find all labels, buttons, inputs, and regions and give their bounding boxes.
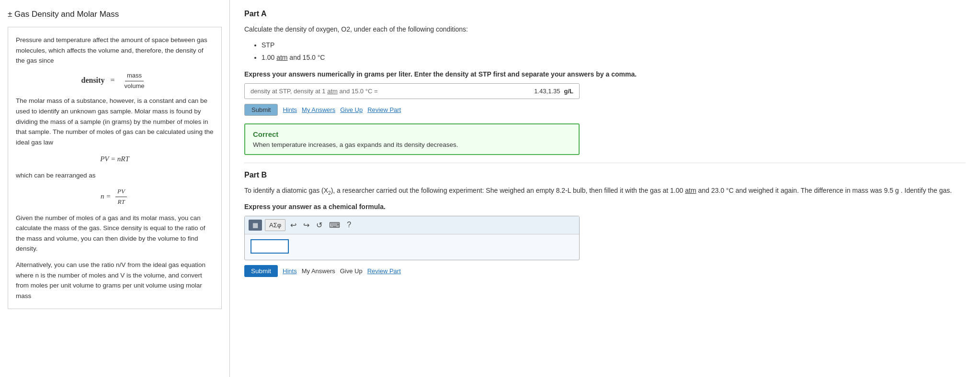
part-a-question-end: , under each of the following conditions… [350,25,468,33]
n-lhs: n = [101,192,111,200]
part-a-instruction: Express your answers numerically in gram… [244,69,966,79]
part-b-atm: atm [685,187,696,194]
o2-base: 2 [346,25,350,33]
correct-feedback-box: Correct When temperature increases, a ga… [244,123,580,155]
para4-text: Alternatively, you can use the ratio n/V… [16,260,214,301]
density-fraction: mass volume [123,71,147,91]
right-panel: Part A Calculate the density of oxygen, … [230,0,980,377]
correct-title: Correct [253,130,571,138]
part-a-unit: g/L [564,88,574,95]
redo-button[interactable]: ↪ [301,220,311,231]
density-word: density [81,76,104,84]
numerator-mass: mass [125,71,144,81]
n-denominator: RT [115,197,126,207]
left-panel: ± Gas Density and Molar Mass Pressure an… [0,0,230,377]
para3-text: Given the number of moles of a gas and i… [16,213,214,254]
part-b-review-part-link[interactable]: Review Part [367,267,401,275]
part-a-input-label: density at STP, density at 1 atm and 15.… [251,88,531,95]
correct-desc: When temperature increases, a gas expand… [253,141,571,148]
atm-text: atm [276,54,287,61]
part-b-my-answers-label: My Answers [302,267,335,275]
part-b-hints-link[interactable]: Hints [283,267,297,275]
template-icon: ▦ [252,222,258,229]
undo-button[interactable]: ↩ [288,220,298,231]
greek-button[interactable]: ΑΣφ [265,219,285,231]
part-a-question-start: Calculate the density of oxygen, O [244,25,346,33]
n-fraction: PV RT [115,187,127,207]
n-numerator: PV [115,187,127,197]
part-a-title: Part A [244,10,966,18]
part-a-review-part-link[interactable]: Review Part [367,106,401,113]
part-b-give-up-label: Give Up [340,267,363,275]
math-input-box[interactable] [251,239,289,254]
bullet-atm-temp: 1.00 atm and 15.0 °C [262,52,966,64]
part-a-bullets: STP 1.00 atm and 15.0 °C [254,39,966,63]
pv-formula: PV = nRT [16,153,214,165]
part-b-submit-button[interactable]: Submit [244,265,278,277]
para2-text: which can be rearranged as [16,170,214,181]
part-a-hints-link[interactable]: Hints [283,106,297,113]
part-a-answer-value: 1.43,1.35 [534,88,560,95]
density-formula: density = mass volume [16,71,214,91]
bullet-stp: STP [262,39,966,51]
part-a-actions: Submit Hints My Answers Give Up Review P… [244,104,966,116]
content-box: Pressure and temperature affect the amou… [8,27,222,309]
x2-subscript: 2 [328,190,331,196]
math-editor: ▦ ΑΣφ ↩ ↪ ↺ ⌨ ? [244,216,580,260]
part-b-question: To identify a diatomic gas (X2), a resea… [244,185,966,197]
left-panel-title: ± Gas Density and Molar Mass [8,10,222,19]
intro-text: Pressure and temperature affect the amou… [16,35,214,66]
pv-formula-text: PV = nRT [100,155,129,163]
part-a-input-row: density at STP, density at 1 atm and 15.… [244,83,580,99]
equals-sign: = [111,76,117,84]
part-a-question: Calculate the density of oxygen, O2, und… [244,24,966,34]
help-button[interactable]: ? [345,220,353,230]
part-a-section: Part A Calculate the density of oxygen, … [244,10,966,155]
keyboard-button[interactable]: ⌨ [327,220,342,231]
part-divider [244,163,966,163]
part-a-submit-button[interactable]: Submit [244,104,278,116]
template-button[interactable]: ▦ [249,220,262,231]
math-toolbar: ▦ ΑΣφ ↩ ↪ ↺ ⌨ ? [245,216,579,234]
part-b-actions: Submit Hints My Answers Give Up Review P… [244,265,966,277]
part-a-my-answers-link[interactable]: My Answers [302,106,335,113]
part-b-section: Part B To identify a diatomic gas (X2), … [244,171,966,277]
part-b-instruction: Express your answer as a chemical formul… [244,202,966,212]
para1-text: The molar mass of a substance, however, … [16,96,214,147]
denominator-volume: volume [123,81,147,91]
part-b-title: Part B [244,171,966,179]
n-formula: n = PV RT [16,187,214,207]
refresh-button[interactable]: ↺ [314,220,324,231]
part-a-give-up-link[interactable]: Give Up [340,106,363,113]
math-input-area [245,234,579,260]
